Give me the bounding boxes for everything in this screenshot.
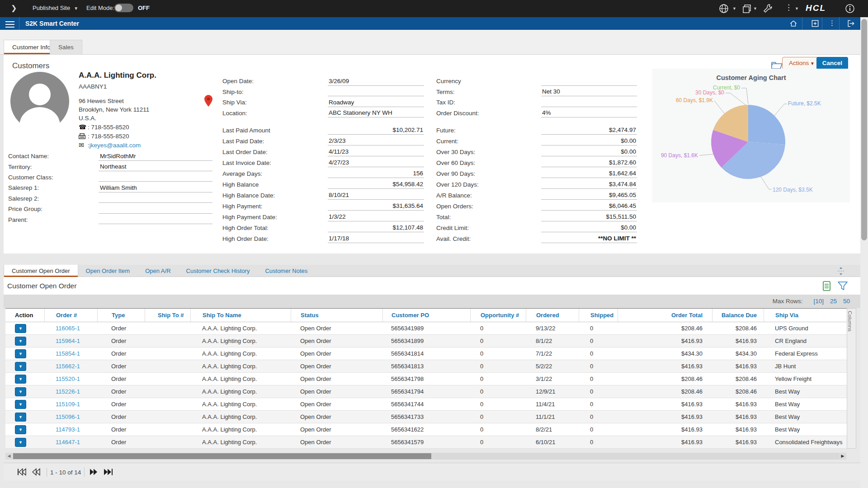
field-last-paid-date[interactable]: 2/3/23 bbox=[328, 136, 424, 145]
next-page-button[interactable] bbox=[90, 468, 99, 476]
info-icon[interactable] bbox=[844, 3, 855, 14]
field-open-orders[interactable]: $6,046.45 bbox=[541, 202, 637, 211]
export-spreadsheet-icon[interactable] bbox=[823, 281, 832, 291]
field-parent[interactable] bbox=[99, 215, 212, 224]
row-action-menu-button[interactable]: ▼ bbox=[15, 413, 26, 422]
add-window-icon[interactable] bbox=[811, 19, 820, 28]
field-over-90-days[interactable]: $1,642.64 bbox=[541, 169, 637, 178]
home-icon[interactable] bbox=[789, 19, 798, 28]
row-action-menu-button[interactable]: ▼ bbox=[15, 375, 26, 384]
order-number-link[interactable]: 115520-1 bbox=[56, 375, 80, 382]
column-header-ship-via[interactable]: Ship Via bbox=[764, 309, 847, 322]
column-header-opportunity[interactable]: Opportunity # bbox=[470, 309, 526, 322]
globe-icon[interactable] bbox=[718, 3, 729, 14]
actions-button[interactable]: Actions ▼ bbox=[782, 57, 821, 70]
subtab-open-order-item[interactable]: Open Order Item bbox=[78, 265, 138, 277]
max-rows-option-10[interactable]: [10] bbox=[813, 298, 824, 305]
first-page-button[interactable] bbox=[17, 468, 26, 476]
row-action-menu-button[interactable]: ▼ bbox=[15, 324, 26, 333]
order-number-link[interactable]: 114647-1 bbox=[56, 439, 80, 446]
field-tax-id[interactable] bbox=[541, 98, 637, 107]
order-number-link[interactable]: 116065-1 bbox=[56, 325, 80, 332]
map-pin-icon[interactable] bbox=[204, 95, 212, 107]
field-currency[interactable] bbox=[541, 77, 637, 86]
subtab-customer-check-history[interactable]: Customer Check History bbox=[179, 265, 258, 277]
column-header-ship-to-name[interactable]: Ship To Name bbox=[190, 309, 291, 322]
subtab-customer-notes[interactable]: Customer Notes bbox=[257, 265, 315, 277]
appbar-kebab-menu-icon[interactable]: ⋮ bbox=[829, 19, 835, 27]
row-action-menu-button[interactable]: ▼ bbox=[15, 400, 26, 409]
field-average-days[interactable]: 156 bbox=[328, 169, 424, 178]
row-action-menu-button[interactable]: ▼ bbox=[15, 337, 26, 346]
max-rows-option-25[interactable]: 25 bbox=[830, 298, 837, 305]
portal-kebab-menu-icon[interactable]: ⋮ bbox=[785, 3, 793, 12]
row-action-menu-button[interactable]: ▼ bbox=[15, 425, 26, 434]
column-header-status[interactable]: Status bbox=[291, 309, 382, 322]
hamburger-menu-icon[interactable] bbox=[5, 19, 14, 28]
field-ship-via[interactable]: Roadway bbox=[328, 98, 424, 107]
row-action-menu-button[interactable]: ▼ bbox=[15, 438, 26, 447]
field-high-payment[interactable]: $31,635.64 bbox=[328, 202, 424, 211]
field-high-balance-date[interactable]: 8/10/21 bbox=[328, 191, 424, 200]
email-link[interactable]: jkeyes@aaalit.com bbox=[90, 142, 141, 149]
field-territory[interactable]: Northeast bbox=[99, 162, 212, 171]
expand-panel-icon[interactable]: ❯ bbox=[11, 4, 17, 12]
field-high-order-total[interactable]: $12,107.48 bbox=[328, 223, 424, 232]
field-a-r-balance[interactable]: $9,465.05 bbox=[541, 191, 637, 200]
field-terms[interactable]: Net 30 bbox=[541, 87, 637, 96]
page-vertical-scrollbar[interactable] bbox=[860, 17, 868, 488]
kebab-caret-icon[interactable]: ▼ bbox=[795, 6, 799, 11]
globe-caret-icon[interactable]: ▼ bbox=[732, 6, 736, 11]
columns-panel-toggle[interactable]: Columns bbox=[847, 308, 856, 449]
field-order-discount[interactable]: 4% bbox=[541, 108, 637, 117]
scrollbar-thumb[interactable] bbox=[861, 19, 867, 240]
published-site-dropdown[interactable]: Published Site▼ bbox=[33, 5, 78, 11]
field-credit-limit[interactable]: $0.00 bbox=[541, 223, 637, 232]
field-total[interactable]: $15,511.50 bbox=[541, 212, 637, 221]
column-header-customer-po[interactable]: Customer PO bbox=[382, 309, 470, 322]
column-header-order-total[interactable]: Order Total bbox=[618, 309, 712, 322]
max-rows-option-50[interactable]: 50 bbox=[843, 298, 850, 305]
last-page-button[interactable] bbox=[104, 468, 113, 476]
field-high-order-date[interactable]: 1/17/18 bbox=[328, 234, 424, 243]
field-salesrep-2[interactable] bbox=[99, 194, 212, 203]
resize-panel-icon[interactable] bbox=[837, 267, 845, 276]
field-location[interactable]: ABC Stationery NY WH bbox=[328, 108, 424, 117]
edit-mode-toggle[interactable] bbox=[114, 4, 133, 12]
field-salesrep-1[interactable]: William Smith bbox=[99, 183, 212, 192]
field-price-group[interactable] bbox=[99, 205, 212, 214]
field-last-order-date[interactable]: 4/11/23 bbox=[328, 147, 424, 156]
scrollbar-thumb[interactable] bbox=[13, 453, 431, 459]
pages-caret-icon[interactable]: ▼ bbox=[753, 6, 757, 11]
logout-icon[interactable] bbox=[846, 19, 855, 28]
column-header-ship-to[interactable]: Ship To # bbox=[145, 309, 190, 322]
field-open-date[interactable]: 3/26/09 bbox=[328, 77, 424, 86]
order-number-link[interactable]: 115226-1 bbox=[56, 388, 80, 395]
order-number-link[interactable]: 115662-1 bbox=[56, 363, 80, 370]
field-over-120-days[interactable]: $3,474.84 bbox=[541, 180, 637, 189]
filter-icon[interactable] bbox=[838, 282, 848, 291]
column-header-ordered[interactable]: Ordered bbox=[526, 309, 579, 322]
subtab-open-a-r[interactable]: Open A/R bbox=[137, 265, 178, 277]
order-number-link[interactable]: 115109-1 bbox=[56, 401, 80, 408]
scroll-right-arrow-icon[interactable]: ▶ bbox=[839, 453, 846, 460]
pie-slice-future[interactable] bbox=[748, 105, 785, 145]
field-high-balance[interactable]: $54,958.42 bbox=[328, 180, 424, 189]
cancel-button[interactable]: Cancel bbox=[816, 57, 848, 70]
row-action-menu-button[interactable]: ▼ bbox=[15, 387, 26, 396]
field-ship-to[interactable] bbox=[328, 87, 424, 96]
field-over-60-days[interactable]: $1,872.60 bbox=[541, 158, 637, 167]
field-current[interactable]: $0.00 bbox=[541, 136, 637, 145]
table-horizontal-scrollbar[interactable]: ◀ ▶ bbox=[5, 453, 846, 460]
order-number-link[interactable]: 115096-1 bbox=[56, 413, 80, 420]
row-action-menu-button[interactable]: ▼ bbox=[15, 362, 26, 371]
column-header-type[interactable]: Type bbox=[97, 309, 145, 322]
subtab-customer-open-order[interactable]: Customer Open Order bbox=[4, 265, 78, 277]
wrench-icon[interactable] bbox=[762, 3, 773, 14]
pages-icon[interactable] bbox=[741, 3, 752, 14]
scroll-left-arrow-icon[interactable]: ◀ bbox=[5, 453, 13, 460]
column-header-balance-due[interactable]: Balance Due bbox=[712, 309, 764, 322]
row-action-menu-button[interactable]: ▼ bbox=[15, 349, 26, 358]
field-last-paid-amount[interactable]: $10,202.71 bbox=[328, 126, 424, 135]
field-customer-class[interactable] bbox=[99, 173, 212, 182]
